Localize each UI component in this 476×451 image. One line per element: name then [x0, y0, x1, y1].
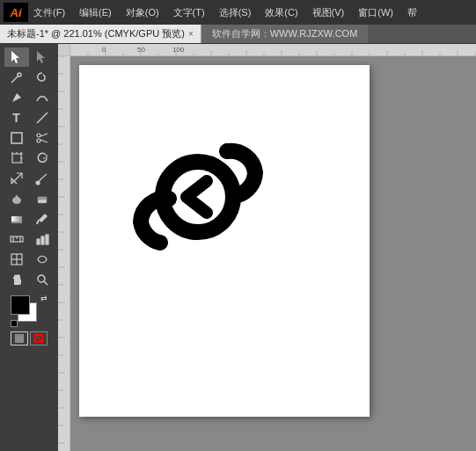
svg-line-36 [44, 281, 48, 285]
menu-view[interactable]: 视图(V) [309, 4, 348, 21]
svg-line-2 [11, 76, 18, 83]
menu-effect[interactable]: 效果(C) [261, 4, 301, 21]
fill-mode-button[interactable] [11, 331, 28, 346]
menu-object[interactable]: 对象(O) [122, 4, 163, 21]
direct-selection-tool-button[interactable] [30, 47, 55, 67]
svg-line-8 [40, 134, 48, 136]
svg-marker-1 [37, 51, 45, 63]
menu-window[interactable]: 窗口(W) [355, 4, 397, 21]
tool-row-4: T [4, 108, 55, 127]
type-tool-button[interactable]: T [4, 108, 29, 127]
tab-inactive[interactable]: 软件自学网：WWW.RJZXW.COM [201, 25, 369, 43]
gradient-tool-button[interactable] [4, 209, 29, 229]
ruler-corner [58, 44, 70, 56]
magic-wand-tool-button[interactable] [4, 68, 29, 87]
tab-inactive-label: 软件自学网：WWW.RJZXW.COM [212, 27, 358, 40]
eraser-tool-button[interactable] [30, 189, 55, 208]
warp-tool-button[interactable] [30, 250, 55, 269]
measure-tool-button[interactable] [4, 229, 29, 249]
svg-rect-65 [58, 56, 70, 451]
none-mode-button[interactable] [30, 331, 48, 346]
svg-rect-29 [37, 239, 40, 244]
svg-text:100: 100 [172, 46, 185, 54]
canvas-artwork [123, 118, 273, 258]
reset-colors-icon[interactable] [11, 320, 18, 327]
menu-help[interactable]: 帮 [404, 4, 421, 21]
scissors-tool-button[interactable] [30, 128, 55, 148]
foreground-color-box[interactable] [11, 295, 30, 315]
svg-rect-37 [70, 44, 476, 56]
svg-point-35 [38, 275, 45, 282]
svg-rect-30 [41, 236, 44, 244]
zoom-tool-button[interactable] [30, 270, 55, 289]
tool-row-11 [4, 250, 55, 269]
pen-tool-button[interactable] [4, 88, 29, 107]
svg-point-3 [18, 73, 21, 76]
svg-line-4 [37, 113, 48, 123]
lasso-tool-button[interactable] [30, 68, 55, 87]
color-area: ⇄ [11, 295, 48, 346]
swap-colors-icon[interactable]: ⇄ [40, 294, 48, 302]
artboard-tool-button[interactable] [4, 149, 29, 168]
shape-tool-button[interactable] [4, 128, 29, 148]
svg-point-19 [12, 197, 21, 204]
canvas-scroll-area[interactable] [58, 56, 476, 451]
menu-file[interactable]: 文件(F) [30, 4, 69, 21]
paintbrush-tool-button[interactable] [30, 169, 55, 188]
tool-row-12 [4, 270, 55, 289]
chart-tool-button[interactable] [30, 229, 55, 249]
tool-row-3 [4, 88, 55, 107]
menu-select[interactable]: 选择(S) [216, 4, 255, 21]
tool-row-2 [4, 68, 55, 87]
svg-rect-5 [11, 133, 22, 143]
tab-close-button[interactable]: × [188, 29, 194, 39]
svg-point-18 [36, 181, 40, 185]
svg-line-24 [37, 220, 39, 224]
svg-marker-21 [38, 197, 47, 200]
tab-active-label: 未标题-1* @ 221.01% (CMYK/GPU 预览) [7, 27, 185, 40]
svg-marker-0 [11, 51, 19, 63]
tool-row-8 [4, 189, 55, 208]
tool-row-10 [4, 229, 55, 249]
svg-point-7 [37, 139, 40, 142]
ruler-horizontal: 0 50 100 [70, 44, 476, 56]
eyedropper-tool-button[interactable] [30, 209, 55, 229]
svg-text:50: 50 [137, 46, 145, 54]
canvas-inner[interactable] [70, 56, 476, 451]
color-mode-row [11, 331, 48, 346]
title-bar: Ai 文件(F) 编辑(E) 对象(O) 文字(T) 选择(S) 效果(C) 视… [0, 0, 476, 25]
tab-active[interactable]: 未标题-1* @ 221.01% (CMYK/GPU 预览) × [0, 25, 201, 43]
svg-rect-31 [46, 235, 48, 244]
toolbar: T [0, 44, 58, 451]
artboard[interactable] [79, 65, 370, 417]
tool-row-9 [4, 209, 55, 229]
menu-bar[interactable]: 文件(F) 编辑(E) 对象(O) 文字(T) 选择(S) 效果(C) 视图(V… [30, 4, 421, 21]
rotate-tool-button[interactable] [30, 149, 55, 168]
curvature-tool-button[interactable] [30, 88, 55, 107]
canvas-container: 0 50 100 [58, 44, 476, 451]
ruler-vertical [58, 56, 70, 451]
menu-type[interactable]: 文字(T) [170, 4, 209, 21]
main-area: T [0, 44, 476, 451]
selection-tool-button[interactable] [4, 47, 29, 67]
tool-row-6 [4, 149, 55, 168]
svg-text:0: 0 [102, 46, 106, 54]
hand-tool-button[interactable] [4, 270, 29, 289]
app-logo: Ai [4, 3, 28, 22]
tool-row-5 [4, 128, 55, 148]
svg-rect-10 [12, 154, 21, 163]
line-segment-tool-button[interactable] [30, 108, 55, 127]
svg-line-17 [11, 173, 22, 184]
tool-row-1 [4, 47, 55, 67]
slice-tool-button[interactable] [4, 250, 29, 269]
scale-tool-button[interactable] [4, 169, 29, 188]
menu-edit[interactable]: 编辑(E) [76, 4, 115, 21]
svg-line-9 [40, 140, 48, 142]
tool-row-7 [4, 169, 55, 188]
svg-point-6 [37, 134, 40, 137]
blob-brush-tool-button[interactable] [4, 189, 29, 208]
svg-rect-22 [11, 216, 22, 222]
tab-bar: 未标题-1* @ 221.01% (CMYK/GPU 预览) × 软件自学网：W… [0, 25, 476, 44]
ruler-top-row: 0 50 100 [58, 44, 476, 56]
